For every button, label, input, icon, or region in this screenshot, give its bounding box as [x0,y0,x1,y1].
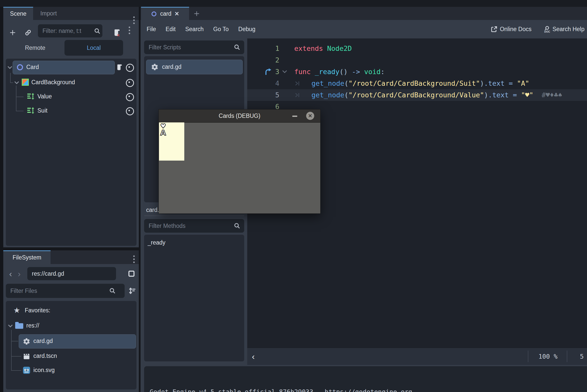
file-label: res:// [26,322,39,329]
log-line: Godot Engine v4.5.stable.official.876b29… [150,388,587,392]
code-text: get_node("/root/Card/CardBackground/Valu… [311,89,562,101]
playing-card: ♥ A [159,122,184,161]
zoom-level[interactable]: 100 % [538,348,557,365]
visibility-eye-icon[interactable] [126,64,134,72]
code-line-5[interactable]: 5get_node("/root/Card/CardBackground/Val… [247,89,587,101]
file-row-card-tscn[interactable]: card.tscn [6,350,137,363]
file-row-root[interactable]: res:// [6,319,137,332]
filter-scripts-input[interactable] [144,40,244,54]
scene-node-label: Value [37,93,52,100]
line-number: 4 [247,78,279,89]
search-icon [234,222,241,229]
sort-icon [128,287,136,295]
godot-logo-icon [23,366,30,374]
code-text: extends Node2D [294,43,352,54]
connection-arrow-icon [264,68,272,75]
filesystem-menu-icon[interactable] [133,255,135,263]
link-icon [24,29,32,36]
menu-debug[interactable]: Debug [238,26,256,33]
code-text: func _ready() -> void: [294,66,385,78]
menu-edit[interactable]: Edit [166,26,176,33]
sort-files-button[interactable] [126,286,138,296]
favorites-row[interactable]: ★ Favorites: [6,304,137,317]
code-text: get_node("/root/Card/CardBackground/Suit… [311,78,529,89]
add-node-button[interactable] [8,28,18,38]
line-number: 5 [247,89,279,101]
scene-toolbar-menu-icon[interactable] [129,27,130,34]
scene-tree-row-card[interactable]: Card [6,60,137,75]
scene-tree-row-cardbackground[interactable]: CardBackground [6,76,137,89]
filesystem-tree-panel: ★ Favorites: res:// card.gd [6,301,137,389]
sprite-icon [22,79,29,86]
code-line-1[interactable]: 1extends Node2D [247,43,587,54]
search-icon [94,28,101,35]
script-menubar: File Edit Search Go To Debug Online Docs… [141,20,587,38]
script-attached-icon[interactable] [116,63,123,71]
scene-node-label: Suit [37,107,48,114]
file-label: icon.svg [33,367,55,374]
tab-scene[interactable]: Scene [3,7,33,20]
tab-close-icon[interactable]: ✕ [174,11,179,17]
top-edge-strip [0,0,587,7]
code-line-2[interactable]: 2 [247,54,587,66]
file-row-icon-svg[interactable]: icon.svg [6,364,137,377]
method-item-ready[interactable]: _ready [148,239,165,246]
plus-icon [193,10,200,17]
code-line-4[interactable]: 4get_node("/root/Card/CardBackground/Sui… [247,78,587,89]
expander-chevron-icon[interactable] [14,81,19,84]
folder-icon [15,323,23,329]
remote-label: Remote [25,45,46,51]
visibility-eye-icon[interactable] [126,79,134,87]
close-icon[interactable]: ✕ [306,112,314,120]
file-label: card.tscn [33,353,57,359]
output-log[interactable]: Godot Engine v4.5.stable.official.876b29… [144,366,587,392]
tab-card-script[interactable]: card ✕ [141,7,189,20]
online-docs-button[interactable]: Online Docs [490,26,531,33]
debug-game-window[interactable]: Cards (DEBUG) ✕ ♥ A [159,109,321,214]
expander-chevron-icon[interactable] [8,324,13,328]
scene-tree-row-value[interactable]: Value [6,90,137,103]
local-button[interactable]: Local [64,40,123,56]
search-icon [109,287,116,294]
scene-node-icon [151,11,157,17]
file-row-card-gd[interactable]: card.gd [6,334,137,349]
tab-indent-marker [295,92,301,98]
filter-methods-input[interactable] [144,219,244,233]
code-line-3[interactable]: 3func _ready() -> void: [247,66,587,78]
label-node-icon [27,107,35,114]
tab-import[interactable]: Import [33,7,64,20]
toggle-split-mode-button[interactable] [126,269,137,279]
fold-chevron-icon[interactable] [282,70,287,73]
scene-tree-row-suit[interactable]: Suit [6,104,137,117]
toggle-scripts-panel-button[interactable]: ‹ [248,348,258,365]
visibility-eye-icon[interactable] [126,93,134,101]
visibility-eye-icon[interactable] [126,107,134,115]
script-item-card-gd[interactable]: card.gd [146,60,243,74]
scene-dock-menu-icon[interactable] [133,16,135,24]
expander-chevron-icon[interactable] [7,66,12,69]
history-back-button[interactable]: ‹ [7,267,14,280]
scene-node-label: Card [26,64,39,71]
external-link-icon [490,26,498,33]
remote-button[interactable]: Remote [6,40,64,56]
menu-goto[interactable]: Go To [213,26,229,33]
new-tab-button[interactable] [191,9,202,18]
label-node-icon [27,93,35,100]
script-item-label: card.gd [162,63,182,70]
current-path-field[interactable] [27,267,116,280]
detach-script-button[interactable]: ✕ [111,28,123,38]
menu-search[interactable]: Search [185,26,204,33]
minimize-icon[interactable] [292,116,297,117]
search-help-button[interactable]: DOC Search Help [543,26,584,33]
scene-dock-tabbar: Scene Import [3,7,139,20]
gdscript-gear-icon [151,63,159,71]
filter-files-input[interactable] [6,284,125,298]
scene-filter-input[interactable] [38,24,102,37]
gdscript-gear-icon [23,338,30,345]
instance-scene-button[interactable] [23,28,33,38]
menu-file[interactable]: File [147,26,156,33]
history-forward-button[interactable]: › [15,267,23,280]
script-status-bar: ‹ 100 % 5 [247,347,587,365]
panel-splitter[interactable] [144,215,244,216]
tab-filesystem[interactable]: FileSystem [3,250,51,264]
